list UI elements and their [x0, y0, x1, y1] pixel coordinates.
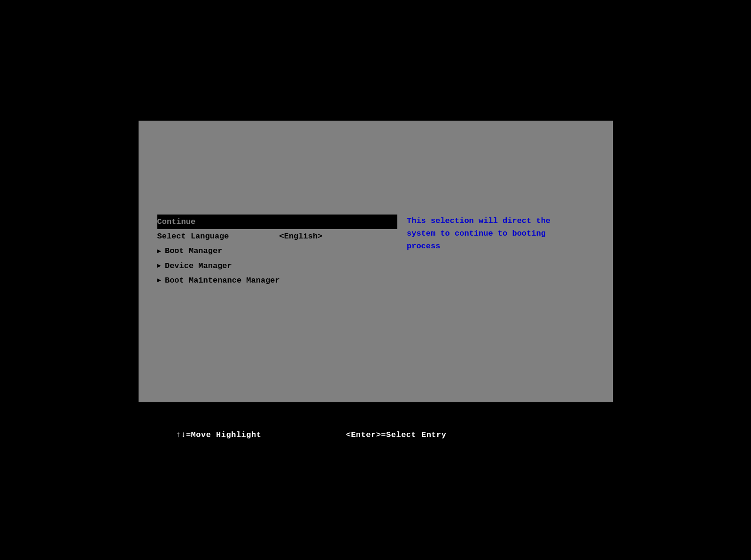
menu-item-device-manager[interactable]: Device Manager — [157, 259, 398, 273]
menu-item-continue[interactable]: Continue — [157, 215, 398, 229]
bios-content: Continue Select Language <English> Boot … — [139, 196, 613, 402]
boot-maintenance-label: Boot Maintenance Manager — [165, 274, 280, 287]
status-select-entry: <Enter>=Select Entry — [346, 430, 446, 439]
menu-section: Continue Select Language <English> Boot … — [157, 215, 398, 384]
menu-item-select-language[interactable]: Select Language <English> — [157, 229, 398, 244]
status-bar: ↑↓=Move Highlight <Enter>=Select Entry — [139, 421, 613, 449]
bios-window: Continue Select Language <English> Boot … — [139, 121, 613, 402]
screen-container: Continue Select Language <English> Boot … — [0, 0, 751, 560]
description-text: This selection will direct the system to… — [407, 215, 572, 253]
select-language-label: Select Language — [157, 230, 279, 243]
language-value: <English> — [279, 230, 323, 243]
menu-item-boot-manager[interactable]: Boot Manager — [157, 244, 398, 258]
status-move-highlight: ↑↓=Move Highlight — [176, 430, 262, 439]
menu-item-boot-maintenance[interactable]: Boot Maintenance Manager — [157, 273, 398, 288]
boot-manager-label: Boot Manager — [165, 245, 222, 257]
device-manager-label: Device Manager — [165, 260, 232, 272]
description-section: This selection will direct the system to… — [397, 215, 572, 384]
menu-item-continue-label: Continue — [157, 215, 196, 228]
